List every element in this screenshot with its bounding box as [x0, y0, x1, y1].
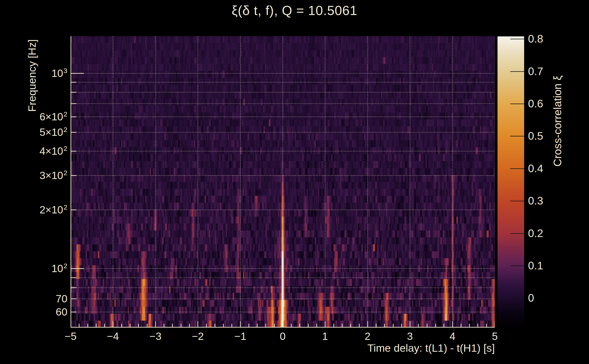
colorbar-tick-label: 0.5: [528, 130, 543, 143]
y-tick-label: 60: [0, 306, 67, 318]
y-tick-label: 3×102: [0, 169, 67, 182]
exponent: 2: [64, 262, 67, 270]
colorbar-title: Cross-correlation ξ: [551, 76, 564, 167]
y-tick-label: 6×102: [0, 110, 67, 123]
y-tick-label: 70: [0, 292, 67, 305]
x-tick-label: 5: [477, 330, 513, 342]
colorbar-tick-label: 0.8: [528, 32, 543, 45]
x-tick-label: −2: [180, 330, 216, 342]
colorbar-tick-label: 0.7: [528, 65, 543, 78]
colorbar-tick-label: 0.6: [528, 97, 543, 110]
exponent: 2: [64, 145, 67, 152]
y-tick-label: 4×102: [0, 145, 67, 157]
x-tick-label: −4: [95, 330, 131, 342]
x-tick-label: 0: [264, 330, 301, 342]
exponent: 2: [64, 169, 67, 176]
exponent: 3: [64, 67, 67, 74]
colorbar-canvas: [497, 36, 524, 327]
exponent: 2: [64, 203, 67, 211]
x-tick-label: 3: [392, 330, 428, 342]
figure-root: ξ(δ t, f), Q = 10.5061 1036×1025×1024×10…: [0, 0, 589, 364]
x-tick-label: −5: [52, 330, 89, 342]
exponent: 2: [64, 126, 67, 133]
colorbar-tick-label: 0.2: [528, 227, 543, 240]
plot-title: ξ(δ t, f), Q = 10.5061: [0, 3, 589, 18]
y-axis-title: Frequency [Hz]: [26, 39, 38, 112]
x-tick-label: 1: [307, 330, 343, 342]
x-axis-title: Time delay: t(L1) - t(H1) [s]: [0, 342, 495, 354]
colorbar-tick-label: 0.3: [528, 195, 543, 207]
x-tick-label: 2: [349, 330, 386, 342]
spectrogram-canvas: [71, 36, 495, 328]
colorbar-tick-label: 0: [528, 292, 534, 304]
colorbar-tick-label: 0.1: [528, 259, 543, 272]
y-tick-label: 102: [0, 262, 67, 275]
y-tick-label: 5×102: [0, 126, 67, 139]
x-tick-label: 4: [434, 330, 471, 342]
x-tick-label: −1: [222, 330, 259, 342]
colorbar-tick-label: 0.4: [528, 162, 543, 175]
x-tick-label: −3: [137, 330, 174, 342]
y-tick-label: 2×102: [0, 203, 67, 216]
exponent: 2: [64, 110, 67, 118]
